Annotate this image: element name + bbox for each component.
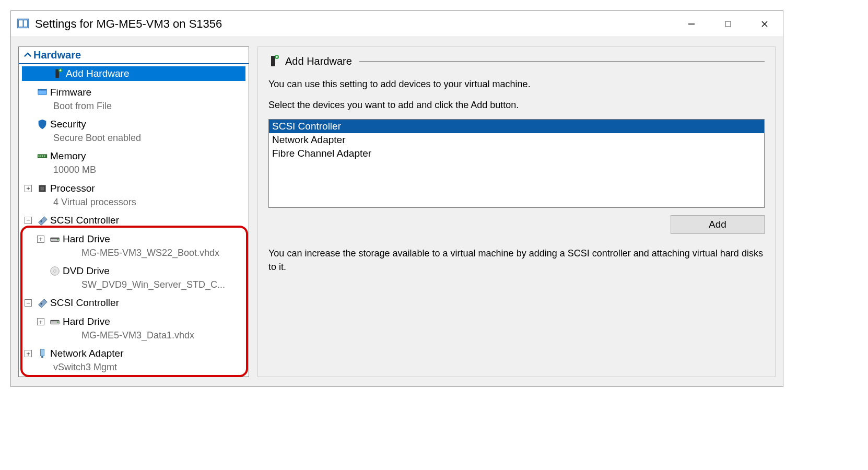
- sidebar-section-hardware[interactable]: Hardware: [19, 47, 249, 64]
- settings-window: Settings for MG-ME5-VM3 on S1356 Hardwar…: [10, 10, 783, 387]
- memory-icon: [34, 150, 50, 162]
- sidebar-item-network-adapter[interactable]: + Network Adapter vSwitch3 Mgmt: [19, 344, 249, 376]
- scsi-controller-icon: [34, 215, 50, 226]
- tree-expander[interactable]: +: [22, 185, 34, 192]
- add-button[interactable]: Add: [671, 215, 765, 234]
- device-listbox[interactable]: SCSI Controller Network Adapter Fibre Ch…: [268, 119, 765, 208]
- sidebar-item-sub: SW_DVD9_Win_Server_STD_C...: [34, 278, 245, 291]
- device-option-scsi-controller[interactable]: SCSI Controller: [269, 120, 764, 133]
- svg-marker-20: [39, 216, 48, 225]
- sidebar-item-label: Add Hardware: [66, 68, 129, 79]
- svg-rect-34: [271, 56, 275, 66]
- sidebar-item-add-hardware[interactable]: Add Hardware: [19, 64, 249, 83]
- hardware-sidebar: Hardware Add Hardware: [18, 46, 249, 377]
- shield-icon: [34, 119, 50, 130]
- svg-point-30: [57, 322, 58, 323]
- tree-expander[interactable]: −: [22, 299, 34, 307]
- tree-expander[interactable]: −: [22, 217, 34, 224]
- sidebar-item-label: SCSI Controller: [50, 297, 119, 309]
- add-hardware-icon: [50, 68, 66, 79]
- sidebar-item-sub: Secure Boot enabled: [22, 132, 245, 145]
- tree-expander[interactable]: +: [34, 236, 47, 243]
- svg-rect-1: [18, 20, 23, 27]
- processor-icon: [34, 183, 50, 194]
- sidebar-item-security[interactable]: Security Secure Boot enabled: [19, 115, 249, 147]
- svg-rect-15: [40, 156, 41, 158]
- sidebar-item-label: Hard Drive: [63, 316, 110, 327]
- sidebar-item-sub: 4 Virtual processors: [22, 196, 245, 209]
- sidebar-item-sub: Boot from File: [22, 100, 245, 113]
- scsi-controller-icon: [34, 297, 50, 309]
- svg-rect-12: [38, 89, 47, 91]
- sidebar-item-hard-drive-2[interactable]: + Hard Drive MG-ME5-VM3_Data1.vhdx: [19, 312, 249, 344]
- svg-point-23: [57, 239, 58, 240]
- header-rule: [359, 61, 765, 62]
- collapse-icon: [22, 51, 33, 60]
- panel-description-3: You can increase the storage available t…: [268, 246, 765, 274]
- minimize-button[interactable]: [673, 11, 710, 37]
- svg-rect-14: [39, 156, 40, 158]
- firmware-icon: [34, 87, 50, 98]
- network-adapter-icon: [34, 348, 50, 359]
- close-button[interactable]: [746, 11, 783, 37]
- panel-description-2: Select the devices you want to add and c…: [268, 98, 765, 112]
- svg-rect-7: [55, 69, 58, 78]
- svg-rect-17: [44, 156, 45, 158]
- sidebar-item-hard-drive-1[interactable]: + Hard Drive MG-ME5-VM3_WS22_Boot.vhdx: [19, 230, 249, 262]
- hard-drive-icon: [47, 316, 63, 327]
- sidebar-item-label: Processor: [50, 183, 95, 194]
- sidebar-item-scsi-controller-2[interactable]: − SCSI Controller: [19, 293, 249, 312]
- sidebar-item-label: SCSI Controller: [50, 215, 119, 226]
- svg-rect-2: [24, 20, 28, 27]
- sidebar-item-label: DVD Drive: [63, 265, 110, 277]
- sidebar-item-memory[interactable]: Memory 10000 MB: [19, 147, 249, 179]
- dvd-icon: [47, 265, 63, 277]
- svg-point-26: [54, 270, 56, 273]
- sidebar-item-sub: MG-ME5-VM3_Data1.vhdx: [34, 329, 245, 342]
- sidebar-item-dvd-drive[interactable]: DVD Drive SW_DVD9_Win_Server_STD_C...: [19, 262, 249, 293]
- sidebar-item-sub: 10000 MB: [22, 163, 245, 177]
- sidebar-item-scsi-controller-1[interactable]: − SCSI Controller: [19, 211, 249, 230]
- device-option-network-adapter[interactable]: Network Adapter: [269, 133, 764, 147]
- titlebar: Settings for MG-ME5-VM3 on S1356: [11, 11, 783, 37]
- add-hardware-icon: [268, 54, 280, 68]
- sidebar-section-label: Hardware: [33, 49, 81, 61]
- panel-header: Add Hardware: [268, 54, 765, 68]
- svg-point-21: [40, 220, 42, 222]
- sidebar-item-label: Memory: [50, 150, 86, 162]
- sidebar-item-sub: MG-ME5-VM3_WS22_Boot.vhdx: [34, 246, 245, 260]
- svg-point-28: [40, 303, 42, 305]
- svg-marker-27: [39, 299, 48, 308]
- window-title: Settings for MG-ME5-VM3 on S1356: [35, 17, 673, 31]
- maximize-button[interactable]: [710, 11, 746, 37]
- sidebar-item-firmware[interactable]: Firmware Boot from File: [19, 83, 249, 115]
- svg-rect-19: [40, 186, 44, 190]
- button-row: Add: [268, 215, 765, 234]
- tree-expander[interactable]: +: [22, 350, 34, 357]
- svg-rect-24: [51, 238, 60, 239]
- tree-expander[interactable]: +: [34, 318, 47, 325]
- sidebar-item-processor[interactable]: + Processor 4 Virtual processors: [19, 179, 249, 211]
- panel-title: Add Hardware: [285, 55, 352, 67]
- svg-rect-16: [42, 156, 43, 158]
- panel-description-1: You can use this setting to add devices …: [268, 77, 765, 91]
- sidebar-item-label: Security: [50, 119, 86, 130]
- sidebar-item-sub: vSwitch3 Mgmt: [22, 361, 245, 374]
- device-option-fibre-channel-adapter[interactable]: Fibre Channel Adapter: [269, 147, 764, 160]
- hard-drive-icon: [47, 233, 63, 245]
- add-hardware-panel: Add Hardware You can use this setting to…: [257, 46, 776, 377]
- sidebar-item-label: Firmware: [50, 87, 91, 98]
- svg-rect-33: [41, 356, 43, 358]
- svg-rect-31: [51, 320, 60, 321]
- window-body: Hardware Add Hardware: [11, 37, 783, 386]
- sidebar-item-label: Network Adapter: [50, 348, 123, 359]
- app-icon: [16, 17, 30, 31]
- svg-rect-4: [725, 21, 731, 27]
- sidebar-item-label: Hard Drive: [63, 233, 110, 245]
- svg-rect-32: [40, 349, 44, 356]
